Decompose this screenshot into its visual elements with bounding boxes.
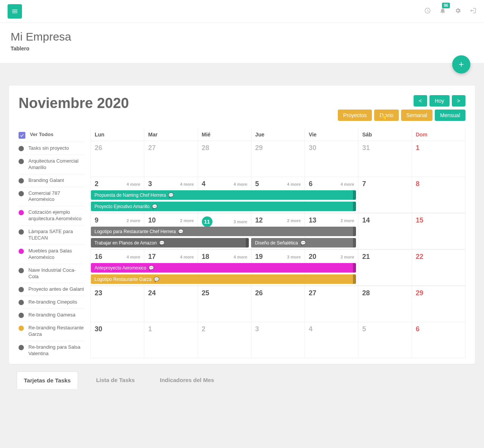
calendar-cell[interactable]: 1 — [144, 322, 198, 358]
more-link[interactable]: 4 more — [126, 182, 140, 186]
event-handle[interactable] — [353, 238, 356, 247]
calendar-cell[interactable]: 26 — [251, 286, 304, 322]
daily-button[interactable]: Diario — [374, 110, 399, 121]
filter-item[interactable]: Re-branding para Salsa Valentina — [19, 341, 85, 360]
filter-item[interactable]: Comercial 787 Aeroméxico — [19, 187, 85, 207]
next-button[interactable]: > — [452, 95, 465, 107]
filter-label: Nave Industrial Coca-Cola — [28, 267, 85, 280]
calendar-event[interactable]: Trabajar en Planos de Amazon 💬 — [91, 238, 249, 247]
filter-item[interactable]: Re-branding Cinepolis — [19, 296, 85, 309]
calendar-cell[interactable]: 4 — [305, 322, 358, 358]
checkbox-checked-icon — [19, 132, 25, 139]
more-link[interactable]: 4 more — [287, 182, 301, 186]
more-link[interactable]: 2 more — [287, 218, 301, 223]
tab-list[interactable]: Lista de Tasks — [89, 371, 142, 389]
calendar-event[interactable]: Logotipo Restaurante Garza 💬 — [91, 274, 356, 284]
filter-label: Re-branding para Salsa Valentina — [28, 344, 85, 357]
day-number: 132 more — [305, 213, 358, 226]
today-button[interactable]: Hoy — [429, 95, 450, 107]
day-number: 1 — [144, 322, 197, 335]
event-handle[interactable] — [353, 190, 356, 200]
day-header: Vie — [305, 128, 358, 141]
filter-label: Tasks sin proyecto — [28, 145, 69, 152]
filter-dot-icon — [19, 300, 24, 305]
calendar-cell[interactable]: 25 — [198, 286, 251, 322]
more-link[interactable]: 4 more — [180, 255, 194, 259]
calendar-cell[interactable]: 2 — [198, 322, 251, 358]
filter-item[interactable]: Proyecto antes de Galant — [19, 283, 85, 296]
filter-item[interactable]: Arquitectura Comercial Amarillo — [19, 155, 85, 174]
filter-item[interactable]: Tasks sin proyecto — [19, 142, 85, 155]
calendar-cell[interactable]: 28 — [198, 141, 251, 177]
tab-indicators[interactable]: Indicadores del Mes — [153, 371, 221, 389]
projects-button[interactable]: Proyectos — [338, 110, 372, 121]
event-handle[interactable] — [353, 263, 356, 273]
menu-toggle-button[interactable] — [8, 4, 22, 19]
more-link[interactable]: 4 more — [234, 182, 247, 186]
more-link[interactable]: 4 more — [126, 255, 140, 259]
more-link[interactable]: 4 more — [234, 255, 247, 259]
day-number: 34 more — [144, 177, 197, 190]
more-link[interactable]: 2 more — [340, 255, 354, 259]
weekly-button[interactable]: Semanal — [401, 110, 432, 121]
calendar-cell[interactable]: 30 — [305, 141, 358, 177]
more-link[interactable]: 4 more — [340, 182, 354, 186]
calendar-cell[interactable]: 29 — [251, 141, 304, 177]
day-number: 31 — [358, 141, 411, 154]
topbar-actions: 96 — [424, 7, 476, 16]
calendar-cell[interactable]: 26 — [91, 141, 144, 177]
event-handle[interactable] — [353, 202, 356, 211]
filter-all[interactable]: Ver Todos — [19, 128, 85, 142]
calendar-cell[interactable]: 5 — [358, 322, 412, 358]
filter-label: Branding Galant — [28, 177, 64, 184]
prev-button[interactable]: < — [414, 95, 427, 107]
event-handle[interactable] — [353, 274, 356, 284]
more-link[interactable]: 2 more — [126, 218, 140, 223]
calendar-event[interactable]: Proyecto Ejecutivo Amarillo 💬 — [91, 202, 356, 211]
calendar-event[interactable]: Diseño de Señalética 💬 — [251, 238, 356, 247]
more-link[interactable]: 3 more — [287, 255, 301, 259]
event-handle[interactable] — [353, 227, 356, 236]
filter-dot-icon — [19, 287, 24, 292]
calendar-cell[interactable]: 1 — [412, 141, 465, 177]
calendar-cell[interactable]: 27 — [305, 286, 358, 322]
calendar-event[interactable]: Anteproyecto Aeromexico 💬 — [91, 263, 356, 273]
calendar-cell[interactable]: 28 — [358, 286, 412, 322]
filter-item[interactable]: Lámpara SATE para TLECAN — [19, 226, 85, 245]
calendar-cell[interactable]: 24 — [144, 286, 198, 322]
tab-cards[interactable]: Tarjetas de Tasks — [17, 371, 78, 389]
calendar-cell[interactable]: 27 — [144, 141, 198, 177]
clock-icon[interactable] — [424, 7, 431, 16]
filter-dot-icon — [19, 345, 24, 350]
day-number: 14 — [358, 213, 411, 226]
filter-item[interactable]: Cotización ejemplo arquitectura Aeroméxi… — [19, 206, 85, 226]
filter-item[interactable]: Branding Galant — [19, 174, 85, 187]
calendar-cell[interactable]: 30 — [91, 322, 144, 358]
calendar-cell[interactable]: 29 — [412, 286, 465, 322]
filter-item[interactable]: Nave Industrial Coca-Cola — [19, 264, 85, 284]
add-button[interactable] — [452, 55, 470, 74]
calendar-event[interactable]: Propuesta de Naming Chef Herrera 💬 — [91, 190, 356, 200]
filter-label: Cotización ejemplo arquitectura Aeroméxi… — [28, 209, 85, 222]
chat-icon: 💬 — [159, 240, 165, 246]
event-handle[interactable] — [246, 238, 249, 247]
filter-label: Re-branding Restaurante Garza — [28, 325, 85, 338]
calendar-cell[interactable]: 3 — [251, 322, 304, 358]
calendar-event[interactable]: Logotipo para Restaurante Chef Herrera 💬 — [91, 227, 356, 236]
more-link[interactable]: 4 more — [180, 182, 194, 186]
day-number: 30 — [305, 141, 358, 154]
filter-item[interactable]: Muebles para Salas Aeroméxico — [19, 245, 85, 264]
gear-icon[interactable] — [454, 7, 461, 16]
bell-icon[interactable]: 96 — [439, 7, 446, 16]
filter-item[interactable]: Re-branding Restaurante Garza — [19, 322, 85, 341]
calendar-cell[interactable]: 31 — [358, 141, 412, 177]
filter-item[interactable]: Re-branding Gamesa — [19, 309, 85, 322]
day-number: 28 — [358, 286, 411, 299]
more-link[interactable]: 2 more — [180, 218, 194, 223]
calendar-cell[interactable]: 23 — [91, 286, 144, 322]
calendar-cell[interactable]: 6 — [412, 322, 465, 358]
more-link[interactable]: 2 more — [340, 218, 354, 223]
more-link[interactable]: 3 more — [234, 219, 247, 224]
monthly-button[interactable]: Mensual — [435, 110, 465, 121]
logout-icon[interactable] — [470, 7, 476, 16]
